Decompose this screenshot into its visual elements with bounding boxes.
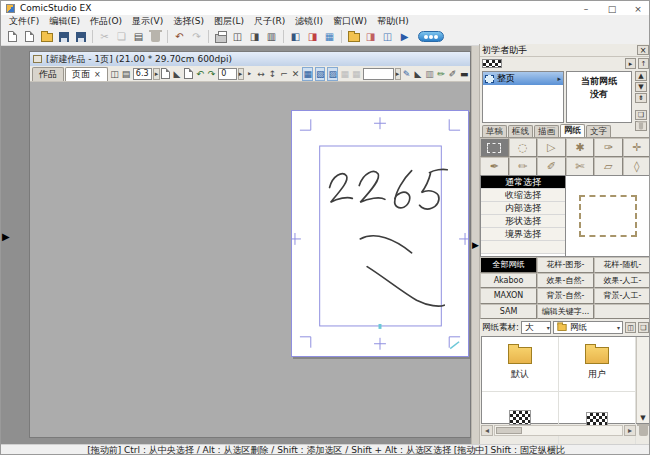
hscroll-thumb[interactable] [496,427,522,434]
category-background-natural[interactable]: 背景-自然- [537,288,594,304]
pen-tool-icon[interactable]: ✎ [402,67,412,81]
material-folder-combo[interactable]: 网纸▾ [553,321,623,334]
menu-edit[interactable]: 编辑(E) [44,15,85,28]
category-pattern-random[interactable]: 花样-随机- [594,257,650,273]
window-red-icon[interactable]: ◨ [363,29,378,44]
run-icon[interactable]: ▶ [397,29,412,44]
show-grid-icon[interactable]: ▦ [302,67,313,81]
category-effect-artificial[interactable]: 效果-人工- [594,273,650,289]
folder-item-user[interactable]: 用户 [559,337,636,392]
fit-page-icon[interactable] [184,67,194,81]
view-preset-spinner[interactable]: ▸ [395,68,401,80]
clear-guides-icon[interactable]: ✕ [291,67,301,81]
list-item-whole-page[interactable]: 整页 ▸ [483,72,563,85]
move-bottom-icon[interactable]: ⇟ [635,93,647,103]
save-all-icon[interactable] [73,29,88,44]
paper-icon[interactable]: ▥ [425,67,435,81]
new-work-icon[interactable] [22,29,37,44]
new-folder-icon[interactable]: ❏ [638,322,649,333]
tab-text[interactable]: 文字 [586,125,611,137]
tone-thumbnail-2[interactable] [559,392,636,447]
menu-help[interactable]: 帮助(H) [372,15,414,28]
marquee-select-tool[interactable] [480,138,509,157]
undo-icon[interactable]: ↶ [172,29,187,44]
eraser-bar-icon[interactable]: ▬ [459,67,469,81]
zoom-in-icon[interactable] [161,67,171,81]
scroll-down-icon[interactable]: ▼ [638,412,649,423]
pen-tool[interactable]: ✒ [480,157,509,176]
disabled-view-icon-1[interactable]: ▦ [340,67,350,81]
zoom-input[interactable]: 6.3 [133,68,153,80]
dot-icon[interactable]: ‣ [245,67,255,81]
folder-item-default[interactable]: 默认 [482,337,559,392]
print-icon[interactable] [213,29,228,44]
rotation-spinner[interactable]: ▸ [238,68,244,80]
menu-view[interactable]: 显示(V) [127,15,168,28]
window-blue-icon[interactable]: ◫ [380,29,395,44]
magic-wand-tool[interactable]: ✱ [566,138,595,157]
category-background-artificial[interactable]: 背景-人工- [594,288,650,304]
menu-window[interactable]: 窗口(W) [328,15,372,28]
move-down-icon[interactable]: ▼ [635,82,647,92]
category-effect-natural[interactable]: 效果-自然- [537,273,594,289]
page-thumbnail-icon[interactable]: ◨ [247,29,262,44]
tone-thumbnail-1[interactable] [482,392,559,447]
menu-story[interactable]: 作品(O) [85,15,127,28]
category-all-tones[interactable]: 全部网纸 [480,257,537,273]
pencil-tool-icon[interactable]: ✏ [436,67,446,81]
left-palette-collapse-handle[interactable]: ▶ [2,231,10,242]
flip-vertical-icon[interactable]: ↕ [268,67,278,81]
menu-ruler[interactable]: 尺子(R) [249,15,290,28]
split-view-icon[interactable]: ◧ [288,29,303,44]
menu-file[interactable]: 文件(F) [4,15,44,28]
tab-work[interactable]: 作品 [32,67,64,81]
folder-up-icon[interactable]: ◫ [625,322,636,333]
page-list-icon[interactable]: ▥ [264,29,279,44]
view-preset-combo[interactable] [363,68,394,80]
hscroll-track[interactable] [494,425,623,436]
polygon-select-tool[interactable]: ▷ [537,138,566,157]
marker-tool[interactable]: ✐ [537,157,566,176]
delete-icon[interactable] [148,29,163,44]
pencil-tool[interactable]: ✏ [509,157,538,176]
zoom-out-icon[interactable]: ◣ [172,67,182,81]
trash-icon[interactable] [639,426,648,436]
category-pattern-graphic[interactable]: 花样-图形- [537,257,594,273]
tab-close-icon[interactable]: × [94,70,101,79]
layout-icon[interactable]: ▤ [121,67,131,81]
scroll-top-icon[interactable]: ↑ [638,58,649,69]
rotate-cw-icon[interactable]: ↷ [207,67,217,81]
flip-horizontal-icon[interactable]: ↔ [256,67,266,81]
page-manager-icon[interactable]: ◫ [230,29,245,44]
materials-folder-icon[interactable] [346,29,361,44]
show-frame-icon[interactable]: ▧ [315,67,326,81]
category-maxon[interactable]: MAXON [480,288,537,304]
mode-boundary-select[interactable]: 境界选择 [481,228,565,241]
clip-web-button[interactable] [418,31,444,42]
paste-icon[interactable]: ▤ [131,29,146,44]
browser-vertical-scrollbar[interactable]: ▼ [636,337,649,423]
shape-tool[interactable]: ◊ [623,157,650,176]
assistant-close-icon[interactable]: × [637,45,649,55]
redo-icon[interactable]: ↷ [189,29,204,44]
tab-tone[interactable]: 网纸 [560,124,585,137]
target-listbox[interactable]: 整页 ▸ [482,71,564,123]
right-panel-collapse-handle[interactable]: ▶ [472,240,479,250]
tab-draw[interactable]: 描画 [534,125,559,137]
menu-layer[interactable]: 图层(L) [209,15,249,28]
tone-preview-chip[interactable] [482,59,502,68]
category-sam[interactable]: SAM [480,304,537,320]
tab-frame[interactable]: 框线 [508,125,533,137]
scroll-left-icon[interactable]: ◂ [481,425,493,436]
marker-tool-icon[interactable]: ✐ [448,67,458,81]
story-editor-icon[interactable]: ◨ [305,29,320,44]
lasso-tool[interactable]: ◌ [509,138,538,157]
scissors-tool[interactable]: ✄ [566,157,595,176]
page-windows-icon[interactable]: ◫ [110,67,120,81]
mode-inner-select[interactable]: 内部选择 [481,202,565,215]
manga-page[interactable] [291,110,469,357]
save-icon[interactable] [56,29,71,44]
menu-filter[interactable]: 滤镜(I) [290,15,328,28]
rotate-ccw-icon[interactable]: ↶ [195,67,205,81]
open-icon[interactable] [39,29,54,44]
